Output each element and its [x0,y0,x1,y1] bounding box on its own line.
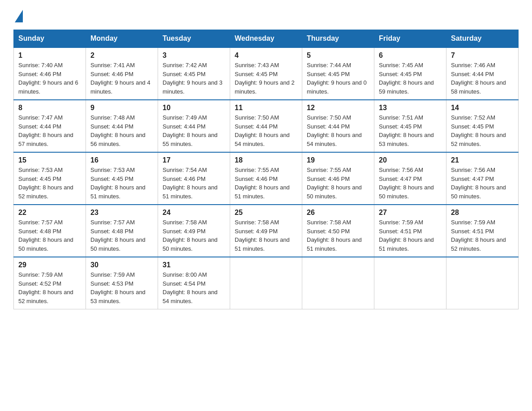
calendar-cell: 18 Sunrise: 7:55 AMSunset: 4:46 PMDaylig… [230,152,302,205]
day-of-week-sunday: Sunday [14,30,86,48]
day-info: Sunrise: 7:57 AMSunset: 4:48 PMDaylight:… [18,219,73,252]
day-info: Sunrise: 7:47 AMSunset: 4:44 PMDaylight:… [18,114,73,147]
calendar-cell: 31 Sunrise: 8:00 AMSunset: 4:54 PMDaylig… [158,257,230,309]
day-info: Sunrise: 7:58 AMSunset: 4:50 PMDaylight:… [307,219,362,252]
calendar-cell: 24 Sunrise: 7:58 AMSunset: 4:49 PMDaylig… [158,205,230,257]
calendar-cell: 14 Sunrise: 7:52 AMSunset: 4:45 PMDaylig… [446,100,519,152]
calendar-cell [446,257,519,309]
day-info: Sunrise: 7:46 AMSunset: 4:44 PMDaylight:… [451,62,506,95]
day-number: 8 [18,104,81,112]
day-number: 24 [163,209,225,217]
day-info: Sunrise: 7:58 AMSunset: 4:49 PMDaylight:… [163,219,218,252]
day-info: Sunrise: 7:43 AMSunset: 4:45 PMDaylight:… [235,62,295,95]
day-number: 31 [163,261,225,269]
calendar-cell: 3 Sunrise: 7:42 AMSunset: 4:45 PMDayligh… [158,47,230,100]
logo-triangle-icon [15,10,23,22]
day-number: 12 [307,104,369,112]
day-number: 3 [163,51,225,60]
calendar-week-row: 1 Sunrise: 7:40 AMSunset: 4:46 PMDayligh… [14,47,519,100]
calendar-week-row: 8 Sunrise: 7:47 AMSunset: 4:44 PMDayligh… [14,100,519,152]
day-number: 15 [18,156,81,164]
calendar-cell: 8 Sunrise: 7:47 AMSunset: 4:44 PMDayligh… [14,100,86,152]
day-info: Sunrise: 7:59 AMSunset: 4:53 PMDaylight:… [90,271,146,304]
day-info: Sunrise: 7:54 AMSunset: 4:46 PMDaylight:… [163,167,218,200]
calendar-week-row: 29 Sunrise: 7:59 AMSunset: 4:52 PMDaylig… [14,257,519,309]
day-info: Sunrise: 7:51 AMSunset: 4:45 PMDaylight:… [379,114,434,147]
day-info: Sunrise: 7:55 AMSunset: 4:46 PMDaylight:… [307,167,362,200]
day-number: 5 [307,51,369,60]
calendar-table: SundayMondayTuesdayWednesdayThursdayFrid… [13,30,519,309]
calendar-cell: 13 Sunrise: 7:51 AMSunset: 4:45 PMDaylig… [374,100,446,152]
day-number: 25 [235,209,297,217]
day-info: Sunrise: 7:59 AMSunset: 4:51 PMDaylight:… [451,219,506,252]
day-info: Sunrise: 7:53 AMSunset: 4:45 PMDaylight:… [18,167,73,200]
day-number: 29 [18,261,81,269]
day-info: Sunrise: 7:50 AMSunset: 4:44 PMDaylight:… [235,114,290,147]
day-number: 17 [163,156,225,164]
calendar-cell: 27 Sunrise: 7:59 AMSunset: 4:51 PMDaylig… [374,205,446,257]
calendar-cell: 4 Sunrise: 7:43 AMSunset: 4:45 PMDayligh… [230,47,302,100]
day-info: Sunrise: 7:45 AMSunset: 4:45 PMDaylight:… [379,62,434,95]
calendar-cell: 16 Sunrise: 7:53 AMSunset: 4:45 PMDaylig… [86,152,158,205]
day-number: 7 [451,51,514,60]
day-number: 23 [90,209,153,217]
day-info: Sunrise: 7:55 AMSunset: 4:46 PMDaylight:… [235,167,290,200]
day-number: 6 [379,51,442,60]
day-number: 14 [451,104,514,112]
calendar-cell: 9 Sunrise: 7:48 AMSunset: 4:44 PMDayligh… [86,100,158,152]
day-info: Sunrise: 7:58 AMSunset: 4:49 PMDaylight:… [235,219,290,252]
day-info: Sunrise: 7:40 AMSunset: 4:46 PMDaylight:… [18,62,78,95]
calendar-cell: 6 Sunrise: 7:45 AMSunset: 4:45 PMDayligh… [374,47,446,100]
day-info: Sunrise: 7:56 AMSunset: 4:47 PMDaylight:… [451,167,506,200]
calendar-cell [302,257,374,309]
day-info: Sunrise: 7:41 AMSunset: 4:46 PMDaylight:… [90,62,150,95]
day-info: Sunrise: 7:44 AMSunset: 4:45 PMDaylight:… [307,62,367,95]
day-number: 2 [90,51,153,60]
calendar-cell [230,257,302,309]
calendar-cell: 12 Sunrise: 7:50 AMSunset: 4:44 PMDaylig… [302,100,374,152]
day-number: 4 [235,51,297,60]
calendar-cell: 5 Sunrise: 7:44 AMSunset: 4:45 PMDayligh… [302,47,374,100]
calendar-cell: 19 Sunrise: 7:55 AMSunset: 4:46 PMDaylig… [302,152,374,205]
logo [13,9,23,21]
day-of-week-wednesday: Wednesday [230,30,302,48]
calendar-cell: 25 Sunrise: 7:58 AMSunset: 4:49 PMDaylig… [230,205,302,257]
calendar-cell: 7 Sunrise: 7:46 AMSunset: 4:44 PMDayligh… [446,47,519,100]
calendar-cell: 30 Sunrise: 7:59 AMSunset: 4:53 PMDaylig… [86,257,158,309]
day-of-week-friday: Friday [374,30,446,48]
calendar-cell: 20 Sunrise: 7:56 AMSunset: 4:47 PMDaylig… [374,152,446,205]
calendar-cell: 2 Sunrise: 7:41 AMSunset: 4:46 PMDayligh… [86,47,158,100]
day-number: 26 [307,209,369,217]
day-number: 27 [379,209,442,217]
day-info: Sunrise: 7:56 AMSunset: 4:47 PMDaylight:… [379,167,434,200]
day-info: Sunrise: 7:48 AMSunset: 4:44 PMDaylight:… [90,114,146,147]
day-number: 20 [379,156,442,164]
day-info: Sunrise: 7:53 AMSunset: 4:45 PMDaylight:… [90,167,146,200]
calendar-cell: 10 Sunrise: 7:49 AMSunset: 4:44 PMDaylig… [158,100,230,152]
calendar-week-row: 15 Sunrise: 7:53 AMSunset: 4:45 PMDaylig… [14,152,519,205]
day-info: Sunrise: 7:59 AMSunset: 4:51 PMDaylight:… [379,219,434,252]
day-number: 13 [379,104,442,112]
day-info: Sunrise: 7:42 AMSunset: 4:45 PMDaylight:… [163,62,223,95]
calendar-week-row: 22 Sunrise: 7:57 AMSunset: 4:48 PMDaylig… [14,205,519,257]
day-number: 19 [307,156,369,164]
day-info: Sunrise: 7:59 AMSunset: 4:52 PMDaylight:… [18,271,73,304]
day-info: Sunrise: 7:52 AMSunset: 4:45 PMDaylight:… [451,114,506,147]
day-number: 30 [90,261,153,269]
day-number: 21 [451,156,514,164]
day-of-week-monday: Monday [86,30,158,48]
calendar-cell: 28 Sunrise: 7:59 AMSunset: 4:51 PMDaylig… [446,205,519,257]
calendar-cell: 11 Sunrise: 7:50 AMSunset: 4:44 PMDaylig… [230,100,302,152]
day-number: 16 [90,156,153,164]
calendar-cell: 22 Sunrise: 7:57 AMSunset: 4:48 PMDaylig… [14,205,86,257]
day-info: Sunrise: 7:50 AMSunset: 4:44 PMDaylight:… [307,114,362,147]
day-info: Sunrise: 7:57 AMSunset: 4:48 PMDaylight:… [90,219,146,252]
day-number: 10 [163,104,225,112]
day-number: 18 [235,156,297,164]
day-info: Sunrise: 8:00 AMSunset: 4:54 PMDaylight:… [163,271,218,304]
day-number: 11 [235,104,297,112]
day-of-week-tuesday: Tuesday [158,30,230,48]
calendar-cell: 29 Sunrise: 7:59 AMSunset: 4:52 PMDaylig… [14,257,86,309]
page-header [13,9,519,21]
day-info: Sunrise: 7:49 AMSunset: 4:44 PMDaylight:… [163,114,218,147]
